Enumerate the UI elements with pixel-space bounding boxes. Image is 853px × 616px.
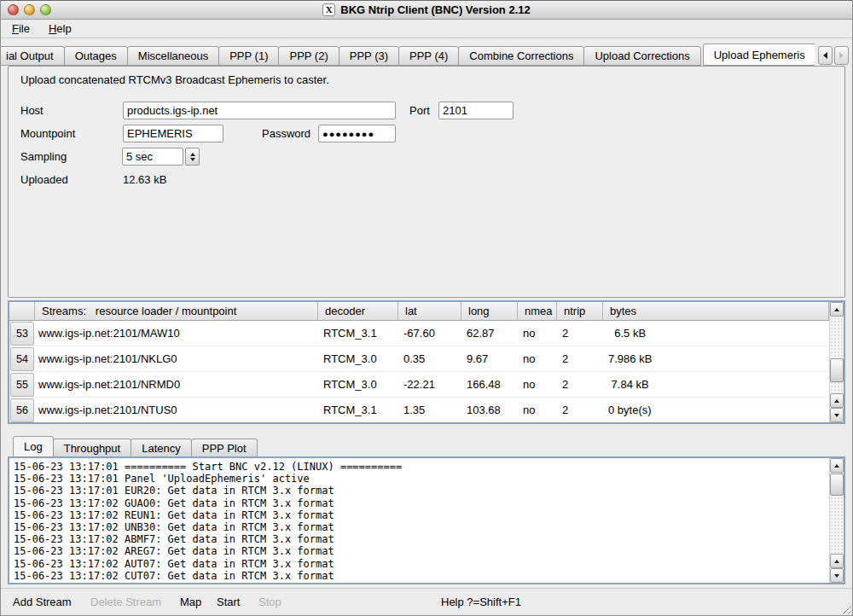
scrollbar-thumb[interactable] (830, 358, 844, 382)
menubar: FileHelp (1, 20, 852, 38)
scrollbar-thumb[interactable] (830, 474, 844, 496)
column-header-decoder[interactable]: decoder (318, 302, 398, 321)
tab-miscellaneous[interactable]: Miscellaneous (127, 46, 219, 66)
table-vertical-scrollbar[interactable] (829, 302, 844, 422)
cell-stream: www.igs-ip.net:2101/NTUS0 (35, 398, 318, 422)
cell-ntrip: 2 (557, 372, 603, 398)
tab-ppp-plot[interactable]: PPP Plot (191, 439, 258, 457)
add-stream-button[interactable]: Add Stream (13, 596, 72, 608)
host-input[interactable] (123, 102, 396, 119)
cell-bytes: 7.84 kB (603, 372, 829, 398)
column-header-bytes[interactable]: bytes (603, 302, 829, 321)
row-number: 53 (10, 322, 34, 346)
tab-log[interactable]: Log (13, 436, 54, 457)
tab-scroll-buttons (815, 46, 852, 66)
cell-long: 62.87 (461, 321, 518, 346)
table-corner-header (9, 302, 35, 321)
titlebar[interactable]: X BKG Ntrip Client (BNC) Version 2.12 (1, 0, 852, 20)
cell-stream: www.igs-ip.net:2101/NRMD0 (35, 372, 318, 398)
column-header-lat[interactable]: lat (398, 302, 461, 321)
sampling-input[interactable] (122, 148, 183, 166)
start-button[interactable]: Start (217, 596, 240, 608)
column-header-ntrip[interactable]: ntrip (557, 302, 603, 321)
log-output[interactable]: 15-06-23 13:17:01 ========== Start BNC v… (9, 458, 829, 583)
column-header-long[interactable]: long (461, 302, 518, 321)
password-input[interactable]: ●●●●●●●● (318, 125, 396, 142)
sampling-label: Sampling (20, 148, 67, 166)
top-tabbar: ial OutputOutagesMiscellaneousPPP (1)PPP… (1, 44, 852, 66)
table-row[interactable]: 54www.igs-ip.net:2101/NKLG0RTCM_3.00.359… (9, 346, 829, 372)
upload-ephemeris-panel: Upload concatenated RTCMv3 Broadcast Eph… (8, 66, 845, 298)
tab-ppp-2[interactable]: PPP (2) (278, 46, 339, 66)
cell-bytes: 0 byte(s) (603, 398, 829, 422)
tab-ial-output[interactable]: ial Output (1, 46, 65, 66)
resize-grip[interactable] (840, 603, 851, 614)
cell-nmea: no (518, 346, 557, 372)
tab-outages[interactable]: Outages (64, 46, 128, 66)
mountpoint-input[interactable] (123, 125, 223, 142)
menu-file[interactable]: File (8, 20, 34, 37)
help-shortcut-label: Help ?=Shift+F1 (441, 596, 521, 608)
tab-upload-ephemeris[interactable]: Upload Ephemeris (703, 44, 815, 66)
minimize-window-button[interactable] (24, 4, 35, 15)
port-label: Port (409, 102, 430, 119)
arrow-up-icon (834, 308, 839, 311)
scroll-up-button-bottom[interactable] (830, 554, 844, 568)
tab-ppp-1[interactable]: PPP (1) (218, 46, 279, 66)
column-header-nmea[interactable]: nmea (518, 302, 557, 321)
host-label: Host (20, 102, 44, 119)
close-window-button[interactable] (8, 4, 19, 15)
scroll-down-button[interactable] (830, 568, 844, 583)
stop-button: Stop (258, 596, 281, 608)
table-row[interactable]: 56www.igs-ip.net:2101/NTUS0RTCM_3.11.351… (9, 398, 829, 422)
cell-lat: -22.21 (398, 372, 461, 398)
tab-upload-corrections[interactable]: Upload Corrections (583, 46, 700, 66)
tab-ppp-4[interactable]: PPP (4) (398, 46, 459, 66)
scroll-up-button[interactable] (830, 302, 844, 317)
row-number: 56 (10, 398, 34, 422)
menu-help[interactable]: Help (44, 20, 76, 37)
cell-ntrip: 2 (557, 321, 603, 346)
scroll-up-button-bottom[interactable] (830, 393, 844, 408)
cell-stream: www.igs-ip.net:2101/NKLG0 (35, 346, 318, 372)
tab-scroll-right-button[interactable] (834, 46, 849, 65)
delete-stream-button: Delete Stream (90, 596, 161, 608)
cell-long: 166.48 (461, 372, 518, 398)
zoom-window-button[interactable] (40, 4, 51, 15)
cell-stream: www.igs-ip.net:2101/MAW10 (35, 321, 318, 346)
row-number: 54 (10, 347, 34, 371)
cell-bytes: 6.5 kB (603, 321, 829, 346)
table-row[interactable]: 55www.igs-ip.net:2101/NRMD0RTCM_3.0-22.2… (9, 372, 829, 398)
uploaded-value: 12.63 kB (123, 171, 166, 189)
arrow-up-icon (834, 399, 839, 403)
spin-up-icon (190, 153, 195, 156)
map-button[interactable]: Map (180, 596, 201, 608)
streams-table-body: Streams: resource loader / mountpointdec… (9, 302, 829, 422)
log-vertical-scrollbar[interactable] (829, 458, 844, 583)
cell-long: 103.68 (461, 398, 518, 422)
arrow-down-icon (834, 574, 839, 578)
table-header-row: Streams: resource loader / mountpointdec… (9, 302, 829, 321)
cell-decoder: RTCM_3.1 (318, 321, 398, 346)
scroll-up-button[interactable] (830, 458, 844, 473)
cell-nmea: no (518, 372, 557, 398)
tab-latency[interactable]: Latency (131, 439, 192, 457)
column-header-streams-resource-loader-mountpoint[interactable]: Streams: resource loader / mountpoint (35, 302, 318, 321)
log-line: 15-06-23 13:17:01 EUR20: Get data in RTC… (14, 485, 829, 497)
port-input[interactable] (438, 102, 514, 119)
arrow-right-icon (839, 52, 844, 59)
scroll-down-button[interactable] (830, 408, 844, 422)
scrollbar-track[interactable] (830, 473, 844, 554)
tab-scroll-left-button[interactable] (818, 46, 833, 65)
scrollbar-track[interactable] (830, 317, 844, 393)
table-row[interactable]: 53www.igs-ip.net:2101/MAW10RTCM_3.1-67.6… (9, 321, 829, 346)
x11-app-icon: X (322, 3, 335, 16)
log-line: 15-06-23 13:17:02 AREG7: Get data in RTC… (14, 545, 829, 557)
bnc-window: X BKG Ntrip Client (BNC) Version 2.12 Fi… (0, 0, 853, 616)
sampling-stepper[interactable] (185, 148, 200, 166)
tab-combine-corrections[interactable]: Combine Corrections (458, 46, 584, 66)
tab-ppp-3[interactable]: PPP (3) (339, 46, 399, 66)
log-line: 15-06-23 13:17:02 AUT07: Get data in RTC… (14, 558, 829, 570)
window-controls (8, 4, 51, 15)
tab-throughput[interactable]: Throughput (53, 439, 132, 457)
